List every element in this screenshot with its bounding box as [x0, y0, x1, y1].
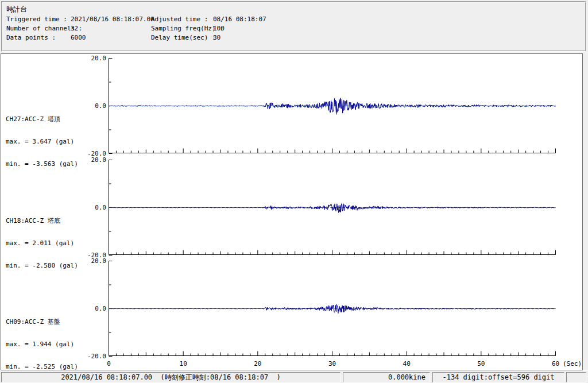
- channel-name: CH27:ACC-Z 塔頂: [6, 115, 78, 123]
- sampling-freq-value: 100: [213, 25, 225, 32]
- status-extra: [566, 372, 586, 382]
- channel-info-ch27: CH27:ACC-Z 塔頂 max. = 3.647 (gal) min. = …: [6, 100, 78, 183]
- adjusted-time-label: Adjusted time :: [151, 16, 208, 23]
- y-axis-label: 20.0: [81, 257, 106, 265]
- chart-panel: CH27:ACC-Z 塔頂 max. = 3.647 (gal) min. = …: [1, 53, 583, 370]
- y-axis-label: 0.0: [81, 102, 106, 110]
- status-time: 2021/08/16 08:18:07.00 (時刻修正時刻:08/16 08:…: [1, 372, 341, 382]
- x-axis-label: 10: [172, 360, 195, 367]
- y-axis-label: 20.0: [81, 55, 106, 62]
- header-panel: 時計台 Triggered time : 2021/08/16 08:18:07…: [1, 1, 586, 52]
- x-axis-label: 30: [321, 360, 344, 367]
- channel-info-ch18: CH18:ACC-Z 塔底 max. = 2.011 (gal) min. = …: [6, 202, 78, 284]
- channel-min: min. = -2.580 (gal): [6, 262, 78, 269]
- x-axis-label: 40: [395, 360, 418, 367]
- data-points-label: Data points :: [6, 34, 56, 41]
- y-axis-label: -20.0: [81, 353, 106, 360]
- status-bar: 2021/08/16 08:18:07.00 (時刻修正時刻:08/16 08:…: [0, 370, 588, 383]
- delay-time-label: Delay time(sec) :: [151, 34, 216, 41]
- adjusted-time-value: 08/16 08:18:07: [213, 16, 266, 23]
- y-axis-label: 0.0: [81, 305, 106, 312]
- triggered-time-label: Triggered time :: [6, 16, 67, 23]
- channel-name: CH09:ACC-Z 基盤: [6, 318, 78, 326]
- status-digit: -134 digit:offset=596 digit: [432, 372, 564, 382]
- x-axis-label: 0: [98, 360, 121, 367]
- y-axis-label: 0.0: [81, 204, 106, 211]
- panel-title: 時計台: [6, 5, 27, 14]
- x-axis-label: 20: [246, 360, 269, 367]
- x-axis-unit-label: (Sec): [563, 360, 582, 367]
- waveform-plot: [1, 54, 582, 370]
- channel-min: min. = -2.525 (gal): [6, 363, 78, 370]
- channel-count-value: 32: [71, 25, 78, 32]
- channel-min: min. = -3.563 (gal): [6, 160, 78, 168]
- data-points-value: 6000: [71, 34, 86, 41]
- y-axis-label: 20.0: [81, 156, 106, 164]
- x-axis-label: 50: [470, 360, 493, 367]
- channel-name: CH18:ACC-Z 塔底: [6, 217, 78, 225]
- channel-max: max. = 3.647 (gal): [6, 138, 78, 145]
- triggered-time-value: 2021/08/16 08:18:07.00: [71, 16, 154, 23]
- channel-max: max. = 1.944 (gal): [6, 341, 78, 348]
- status-kine: 0.000kine: [343, 372, 430, 382]
- sampling-freq-label: Sampling freq(Hz) :: [151, 25, 223, 32]
- app-window: 時計台 Triggered time : 2021/08/16 08:18:07…: [0, 0, 588, 383]
- channel-max: max. = 2.011 (gal): [6, 239, 78, 247]
- delay-time-value: 30: [213, 34, 220, 41]
